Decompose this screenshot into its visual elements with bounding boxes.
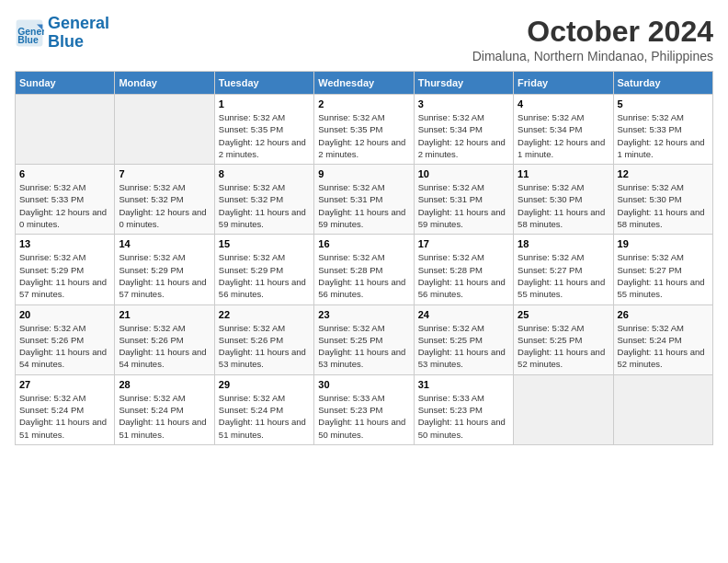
day-info: Sunrise: 5:32 AM Sunset: 5:29 PM Dayligh… — [19, 251, 110, 300]
calendar-week-4: 20Sunrise: 5:32 AM Sunset: 5:26 PM Dayli… — [16, 304, 713, 374]
day-number: 23 — [318, 309, 409, 320]
day-number: 21 — [119, 309, 210, 320]
calendar-cell: 12Sunrise: 5:32 AM Sunset: 5:30 PM Dayli… — [613, 165, 712, 235]
days-header-row: SundayMondayTuesdayWednesdayThursdayFrid… — [16, 72, 713, 95]
day-header-sunday: Sunday — [16, 72, 115, 95]
calendar-cell — [16, 95, 115, 165]
day-number: 11 — [518, 168, 609, 179]
logo-icon: General Blue — [15, 18, 44, 48]
day-number: 7 — [119, 168, 210, 179]
calendar-cell: 4Sunrise: 5:32 AM Sunset: 5:34 PM Daylig… — [514, 95, 613, 165]
day-number: 5 — [618, 98, 709, 109]
day-number: 29 — [219, 379, 310, 390]
calendar-cell: 13Sunrise: 5:32 AM Sunset: 5:29 PM Dayli… — [16, 235, 115, 304]
calendar-week-2: 6Sunrise: 5:32 AM Sunset: 5:33 PM Daylig… — [16, 165, 713, 235]
day-number: 22 — [219, 309, 310, 320]
calendar-cell: 3Sunrise: 5:32 AM Sunset: 5:34 PM Daylig… — [414, 95, 513, 165]
logo-text: General Blue — [48, 15, 109, 52]
day-number: 27 — [19, 379, 110, 390]
day-info: Sunrise: 5:32 AM Sunset: 5:31 PM Dayligh… — [318, 181, 409, 230]
calendar-cell: 26Sunrise: 5:32 AM Sunset: 5:24 PM Dayli… — [613, 304, 712, 374]
calendar-cell: 29Sunrise: 5:32 AM Sunset: 5:24 PM Dayli… — [214, 374, 313, 444]
day-info: Sunrise: 5:33 AM Sunset: 5:23 PM Dayligh… — [318, 392, 409, 441]
day-info: Sunrise: 5:32 AM Sunset: 5:28 PM Dayligh… — [418, 251, 509, 300]
day-info: Sunrise: 5:32 AM Sunset: 5:25 PM Dayligh… — [318, 322, 409, 371]
calendar-week-1: 1Sunrise: 5:32 AM Sunset: 5:35 PM Daylig… — [16, 95, 713, 165]
calendar-cell: 7Sunrise: 5:32 AM Sunset: 5:32 PM Daylig… — [115, 165, 214, 235]
day-info: Sunrise: 5:32 AM Sunset: 5:26 PM Dayligh… — [19, 322, 110, 371]
page-header: General Blue General Blue October 2024 D… — [15, 15, 713, 63]
calendar-cell: 17Sunrise: 5:32 AM Sunset: 5:28 PM Dayli… — [414, 235, 513, 304]
day-header-thursday: Thursday — [414, 72, 513, 95]
day-info: Sunrise: 5:32 AM Sunset: 5:25 PM Dayligh… — [518, 322, 609, 371]
day-info: Sunrise: 5:32 AM Sunset: 5:34 PM Dayligh… — [418, 111, 509, 160]
day-info: Sunrise: 5:32 AM Sunset: 5:24 PM Dayligh… — [119, 392, 210, 441]
calendar-cell: 19Sunrise: 5:32 AM Sunset: 5:27 PM Dayli… — [613, 235, 712, 304]
day-number: 12 — [618, 168, 709, 179]
calendar-cell: 20Sunrise: 5:32 AM Sunset: 5:26 PM Dayli… — [16, 304, 115, 374]
day-header-saturday: Saturday — [613, 72, 712, 95]
calendar-cell: 11Sunrise: 5:32 AM Sunset: 5:30 PM Dayli… — [514, 165, 613, 235]
day-info: Sunrise: 5:32 AM Sunset: 5:30 PM Dayligh… — [618, 181, 709, 230]
day-info: Sunrise: 5:33 AM Sunset: 5:23 PM Dayligh… — [418, 392, 509, 441]
day-number: 18 — [518, 238, 609, 249]
day-number: 9 — [318, 168, 409, 179]
calendar-cell: 8Sunrise: 5:32 AM Sunset: 5:32 PM Daylig… — [214, 165, 313, 235]
day-info: Sunrise: 5:32 AM Sunset: 5:33 PM Dayligh… — [19, 181, 110, 230]
calendar-week-3: 13Sunrise: 5:32 AM Sunset: 5:29 PM Dayli… — [16, 235, 713, 304]
day-number: 28 — [119, 379, 210, 390]
day-number: 3 — [418, 98, 509, 109]
calendar-body: 1Sunrise: 5:32 AM Sunset: 5:35 PM Daylig… — [16, 95, 713, 445]
day-info: Sunrise: 5:32 AM Sunset: 5:32 PM Dayligh… — [219, 181, 310, 230]
day-number: 4 — [518, 98, 609, 109]
calendar-cell: 1Sunrise: 5:32 AM Sunset: 5:35 PM Daylig… — [214, 95, 313, 165]
calendar-cell: 2Sunrise: 5:32 AM Sunset: 5:35 PM Daylig… — [314, 95, 414, 165]
day-number: 16 — [318, 238, 409, 249]
day-number: 24 — [418, 309, 509, 320]
calendar-cell: 16Sunrise: 5:32 AM Sunset: 5:28 PM Dayli… — [314, 235, 414, 304]
calendar-cell: 18Sunrise: 5:32 AM Sunset: 5:27 PM Dayli… — [514, 235, 613, 304]
day-info: Sunrise: 5:32 AM Sunset: 5:29 PM Dayligh… — [119, 251, 210, 300]
calendar-cell — [514, 374, 613, 444]
day-info: Sunrise: 5:32 AM Sunset: 5:26 PM Dayligh… — [219, 322, 310, 371]
day-info: Sunrise: 5:32 AM Sunset: 5:24 PM Dayligh… — [618, 322, 709, 371]
calendar-cell: 30Sunrise: 5:33 AM Sunset: 5:23 PM Dayli… — [314, 374, 414, 444]
svg-text:Blue: Blue — [17, 35, 39, 45]
calendar-cell: 27Sunrise: 5:32 AM Sunset: 5:24 PM Dayli… — [16, 374, 115, 444]
calendar-cell: 25Sunrise: 5:32 AM Sunset: 5:25 PM Dayli… — [514, 304, 613, 374]
day-info: Sunrise: 5:32 AM Sunset: 5:34 PM Dayligh… — [518, 111, 609, 160]
day-number: 25 — [518, 309, 609, 320]
day-info: Sunrise: 5:32 AM Sunset: 5:25 PM Dayligh… — [418, 322, 509, 371]
day-info: Sunrise: 5:32 AM Sunset: 5:35 PM Dayligh… — [318, 111, 409, 160]
day-number: 17 — [418, 238, 509, 249]
day-header-tuesday: Tuesday — [214, 72, 313, 95]
location: Dimaluna, Northern Mindanao, Philippines — [472, 49, 713, 63]
day-info: Sunrise: 5:32 AM Sunset: 5:24 PM Dayligh… — [219, 392, 310, 441]
day-number: 6 — [19, 168, 110, 179]
day-info: Sunrise: 5:32 AM Sunset: 5:27 PM Dayligh… — [618, 251, 709, 300]
calendar-cell: 21Sunrise: 5:32 AM Sunset: 5:26 PM Dayli… — [115, 304, 214, 374]
day-info: Sunrise: 5:32 AM Sunset: 5:31 PM Dayligh… — [418, 181, 509, 230]
calendar-cell — [613, 374, 712, 444]
calendar-cell — [115, 95, 214, 165]
calendar-cell: 6Sunrise: 5:32 AM Sunset: 5:33 PM Daylig… — [16, 165, 115, 235]
calendar-cell: 28Sunrise: 5:32 AM Sunset: 5:24 PM Dayli… — [115, 374, 214, 444]
day-info: Sunrise: 5:32 AM Sunset: 5:28 PM Dayligh… — [318, 251, 409, 300]
day-info: Sunrise: 5:32 AM Sunset: 5:27 PM Dayligh… — [518, 251, 609, 300]
calendar-cell: 10Sunrise: 5:32 AM Sunset: 5:31 PM Dayli… — [414, 165, 513, 235]
day-info: Sunrise: 5:32 AM Sunset: 5:32 PM Dayligh… — [119, 181, 210, 230]
logo-line2: Blue — [48, 32, 84, 51]
day-number: 2 — [318, 98, 409, 109]
day-header-friday: Friday — [514, 72, 613, 95]
day-number: 31 — [418, 379, 509, 390]
calendar-cell: 5Sunrise: 5:32 AM Sunset: 5:33 PM Daylig… — [613, 95, 712, 165]
day-header-monday: Monday — [115, 72, 214, 95]
calendar-cell: 14Sunrise: 5:32 AM Sunset: 5:29 PM Dayli… — [115, 235, 214, 304]
day-number: 26 — [618, 309, 709, 320]
day-number: 13 — [19, 238, 110, 249]
day-number: 30 — [318, 379, 409, 390]
day-info: Sunrise: 5:32 AM Sunset: 5:30 PM Dayligh… — [518, 181, 609, 230]
logo-line1: General — [48, 14, 109, 32]
title-block: October 2024 Dimaluna, Northern Mindanao… — [472, 15, 713, 63]
day-header-wednesday: Wednesday — [314, 72, 414, 95]
